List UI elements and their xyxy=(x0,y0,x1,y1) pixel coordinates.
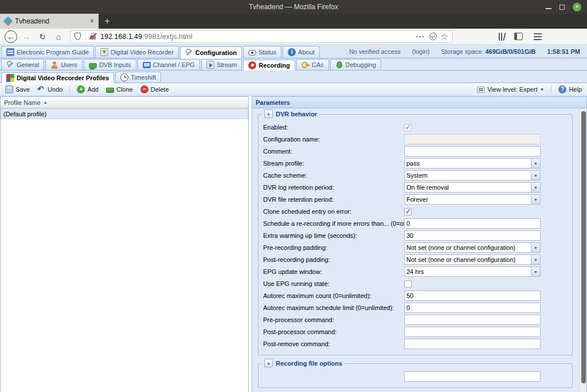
form-row-autorec-maximum-schedule-limit: Autorec maximum schedule limit (0=unlimi… xyxy=(263,302,568,313)
vertical-scrollbar[interactable] xyxy=(580,109,586,392)
parameters-panel-header: Parameters xyxy=(252,97,586,108)
autorec-maximum-count-label: Autorec maximum count (0=unlimited): xyxy=(263,292,404,299)
tab-configuration[interactable]: Configuration xyxy=(180,46,242,58)
bug-icon xyxy=(336,61,342,68)
help-icon xyxy=(558,85,566,93)
reload-button[interactable]: ↻ xyxy=(36,30,49,44)
pre-processor-command-input[interactable] xyxy=(404,315,541,325)
post-recording-padding-combo-trigger-icon[interactable]: ▼ xyxy=(531,254,541,265)
sidebar-toggle-icon[interactable] xyxy=(514,33,523,40)
back-button[interactable]: ← xyxy=(5,30,17,43)
cache-scheme-combo[interactable] xyxy=(404,170,531,181)
tab-dvr-profiles[interactable]: Digital Video Recorder Profiles xyxy=(1,72,114,83)
delete-button[interactable]: Delete xyxy=(138,85,171,94)
header-status-area: No verified access (login) Storage space… xyxy=(349,48,587,55)
browser-tab-tvheadend[interactable]: Tvheadend × xyxy=(0,14,99,29)
view-level-button[interactable]: View level: Expert ▼ xyxy=(475,85,546,93)
insecure-lock-icon[interactable] xyxy=(89,33,96,40)
url-text[interactable]: 192.168.1.49:9981/extjs.html xyxy=(100,33,412,41)
autorec-maximum-schedule-limit-input[interactable] xyxy=(404,303,541,313)
scrollbar-thumb[interactable] xyxy=(581,111,586,383)
save-button[interactable]: Save xyxy=(3,85,32,94)
tab-stream[interactable]: Stream xyxy=(201,59,242,70)
tv-icon xyxy=(143,62,151,68)
tab-close-icon[interactable]: × xyxy=(90,17,94,25)
extra-warming-up-time-input[interactable] xyxy=(404,230,541,241)
tracking-shield-icon[interactable] xyxy=(75,33,81,40)
add-button[interactable]: Add xyxy=(75,85,101,94)
storage-value: 469GiB/0/501GiB xyxy=(485,48,535,55)
epg-update-window-combo[interactable] xyxy=(404,266,531,277)
tab-status[interactable]: Status xyxy=(243,46,281,58)
use-epg-running-state-checkbox[interactable] xyxy=(404,280,412,288)
home-button[interactable]: ⌂ xyxy=(52,30,65,44)
dvr-file-retention-period-combo-trigger-icon[interactable]: ▼ xyxy=(531,194,541,205)
window-close-button[interactable]: × xyxy=(573,3,581,11)
tab-digital-video-recorder[interactable]: Digital Video Recorder xyxy=(95,46,179,58)
enabled-checkbox[interactable] xyxy=(404,124,412,131)
post-remove-command-input[interactable] xyxy=(404,339,541,349)
help-button[interactable]: Help xyxy=(556,85,584,94)
profile-row-default[interactable]: (Default profile) xyxy=(1,108,248,119)
autorec-maximum-count-input[interactable] xyxy=(404,291,541,301)
wrench-icon xyxy=(185,49,193,57)
post-recording-padding-combo[interactable] xyxy=(404,254,531,265)
comment-input[interactable] xyxy=(404,146,541,156)
main-content: Profile Name ▲ (Default profile) Paramet… xyxy=(0,96,587,392)
form-row-clone-scheduled-entry-on-error: Clone scheduled entry on error: xyxy=(263,206,568,217)
extra-warming-up-time-label: Extra warming up time (seconds): xyxy=(263,232,404,239)
epg-update-window-label: EPG update window: xyxy=(263,268,404,275)
tab-recording[interactable]: Recording xyxy=(243,60,295,70)
login-link[interactable]: (login) xyxy=(412,48,430,55)
tab-debugging[interactable]: Debugging xyxy=(330,59,381,70)
stream-profile-combo[interactable] xyxy=(404,158,531,168)
bookmark-star-icon[interactable]: ☆ xyxy=(441,32,448,42)
clone-button[interactable]: Clone xyxy=(104,85,135,93)
fieldset-collapse-icon[interactable]: ▲ xyxy=(264,109,273,118)
url-host: 192.168.1.49 xyxy=(100,33,142,41)
url-bar[interactable]: 192.168.1.49:9981/extjs.html ··· ☆ xyxy=(70,30,453,43)
pre-recording-padding-combo-trigger-icon[interactable]: ▼ xyxy=(531,242,541,253)
clone-scheduled-entry-on-error-checkbox[interactable] xyxy=(404,208,412,215)
tab-dvb-inputs[interactable]: DVB Inputs xyxy=(84,59,136,70)
key-icon xyxy=(302,61,310,69)
dvr-log-retention-period-combo[interactable] xyxy=(404,182,531,193)
tab-general[interactable]: General xyxy=(1,59,44,70)
stream-profile-label: Stream profile: xyxy=(263,160,404,167)
form-row-use-epg-running-state: Use EPG running state: xyxy=(263,278,568,289)
dvr-file-retention-period-combo[interactable] xyxy=(404,194,531,205)
tab-channel-epg[interactable]: Channel / EPG xyxy=(138,59,200,70)
form-row-post-recording-padding: Post-recording padding:▼ xyxy=(263,254,568,265)
url-divider xyxy=(85,32,85,41)
form-row-dvr-log-retention-period: DVR log retention period:▼ xyxy=(263,182,568,193)
dvr-log-retention-period-combo-trigger-icon[interactable]: ▼ xyxy=(531,182,541,193)
new-tab-button[interactable]: + xyxy=(99,14,116,29)
dvr-icon xyxy=(100,48,108,56)
rerecord-error-threshold-input[interactable] xyxy=(404,218,541,229)
profile-name-column-header[interactable]: Profile Name ▲ xyxy=(1,97,248,108)
page-actions-icon[interactable]: ··· xyxy=(416,32,425,41)
menu-hamburger-icon[interactable] xyxy=(534,36,542,37)
cache-scheme-combo-trigger-icon[interactable]: ▼ xyxy=(531,170,541,181)
stream-profile-combo-trigger-icon[interactable]: ▼ xyxy=(531,158,541,168)
forward-button[interactable]: → xyxy=(19,30,33,44)
library-icon[interactable] xyxy=(498,33,506,41)
fieldset-collapse-icon[interactable]: ▲ xyxy=(264,359,273,367)
tab-electronic-program-guide[interactable]: Electronic Program Guide xyxy=(1,46,94,58)
window-minimize-button[interactable] xyxy=(546,8,551,9)
clipped-field-input[interactable] xyxy=(404,371,541,382)
post-processor-command-input[interactable] xyxy=(404,327,541,337)
window-restore-button[interactable] xyxy=(559,5,565,10)
pocket-icon[interactable] xyxy=(429,33,437,40)
pre-recording-padding-combo[interactable] xyxy=(404,242,531,253)
configuration-name-input[interactable] xyxy=(404,134,541,144)
undo-button[interactable]: Undo xyxy=(35,85,65,94)
tvheadend-app: Electronic Program Guide Digital Video R… xyxy=(0,45,587,392)
pre-processor-command-label: Pre-processor command: xyxy=(263,316,404,323)
tab-users[interactable]: Users xyxy=(45,59,83,70)
tab-cas[interactable]: CAs xyxy=(296,59,329,70)
tab-timeshift[interactable]: Timeshift xyxy=(115,72,161,83)
dvr-toolbar: Save Undo Add Clone Delete View level: E… xyxy=(0,83,587,96)
epg-update-window-combo-trigger-icon[interactable]: ▼ xyxy=(531,266,541,277)
tab-about[interactable]: About xyxy=(283,46,320,58)
